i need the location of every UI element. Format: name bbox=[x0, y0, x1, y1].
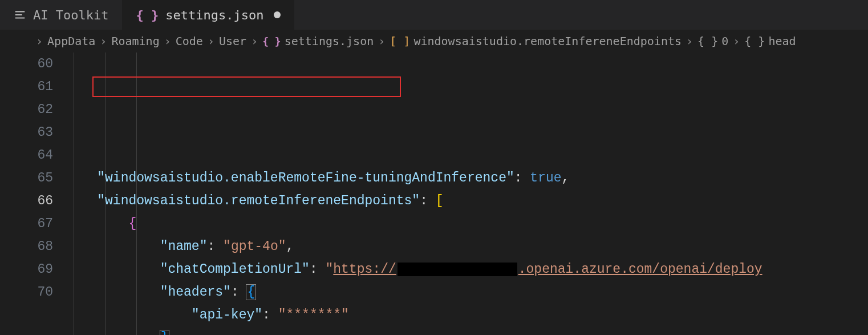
code-line[interactable]: "windowsaistudio.enableRemoteFine-tuning… bbox=[66, 167, 868, 189]
breadcrumb-segment[interactable]: { }settings.json bbox=[262, 34, 374, 48]
breadcrumb-segment[interactable]: AppData bbox=[47, 34, 95, 48]
chevron-right-icon: › bbox=[208, 34, 214, 48]
chevron-right-icon: › bbox=[251, 34, 258, 48]
code-line[interactable]: } bbox=[66, 326, 868, 335]
unsaved-indicator-icon bbox=[274, 11, 281, 18]
line-number: 61 bbox=[0, 75, 53, 98]
tab-settings-json[interactable]: { } settings.json bbox=[122, 0, 294, 30]
object-icon: { } bbox=[744, 34, 765, 48]
array-icon: [ ] bbox=[390, 34, 410, 48]
chevron-right-icon: › bbox=[164, 34, 171, 48]
line-number: 64 bbox=[0, 144, 53, 167]
tab-bar: AI Toolkit { } settings.json bbox=[0, 0, 868, 30]
chevron-right-icon: › bbox=[378, 34, 385, 48]
line-number: 65 bbox=[0, 167, 53, 189]
chevron-right-icon: › bbox=[100, 34, 107, 48]
breadcrumb-segment[interactable]: Code bbox=[176, 34, 203, 48]
breadcrumb-segment[interactable]: User bbox=[219, 34, 246, 48]
line-number: 60 bbox=[0, 53, 53, 75]
line-number: 70 bbox=[0, 281, 53, 304]
breadcrumb-segment[interactable]: { }head bbox=[744, 34, 796, 48]
object-icon: { } bbox=[697, 34, 718, 48]
line-number: 69 bbox=[0, 258, 53, 281]
breadcrumb-segment[interactable]: { }0 bbox=[697, 34, 728, 48]
code-line[interactable]: { bbox=[66, 212, 868, 235]
breadcrumb-segment[interactable]: Roaming bbox=[111, 34, 159, 48]
line-number: 63 bbox=[0, 121, 53, 144]
line-number: 62 bbox=[0, 98, 53, 121]
menu-icon bbox=[14, 9, 26, 21]
code-line[interactable]: "chatCompletionUrl": "https://.openai.az… bbox=[66, 258, 868, 281]
code-line[interactable]: "name": "gpt-4o", bbox=[66, 235, 868, 258]
breadcrumb-segment[interactable]: [ ]windowsaistudio.remoteInfereneEndpoin… bbox=[390, 34, 682, 48]
code-content[interactable]: "windowsaistudio.enableRemoteFine-tuning… bbox=[66, 53, 868, 335]
tab-label: settings.json bbox=[165, 8, 263, 22]
braces-icon: { } bbox=[262, 35, 281, 47]
tab-ai-toolkit[interactable]: AI Toolkit bbox=[0, 0, 122, 30]
line-number-gutter: 6061626364656667686970 bbox=[0, 53, 66, 335]
code-line[interactable]: "windowsaistudio.remoteInfereneEndpoints… bbox=[66, 189, 868, 212]
chevron-right-icon: › bbox=[686, 34, 693, 48]
chevron-right-icon: › bbox=[36, 34, 43, 48]
code-editor[interactable]: 6061626364656667686970 "windowsaistudio.… bbox=[0, 53, 868, 335]
code-line[interactable]: "headers": { bbox=[66, 281, 868, 304]
line-number: 66 bbox=[0, 189, 53, 212]
code-line[interactable]: "api-key": "*******" bbox=[66, 304, 868, 326]
braces-icon: { } bbox=[136, 8, 159, 22]
line-number: 67 bbox=[0, 212, 53, 235]
breadcrumb[interactable]: › AppData › Roaming › Code › User › { }s… bbox=[0, 30, 868, 53]
highlight-box bbox=[92, 76, 401, 97]
redacted-text bbox=[398, 263, 517, 276]
chevron-right-icon: › bbox=[733, 34, 740, 48]
tab-label: AI Toolkit bbox=[33, 8, 108, 22]
line-number: 68 bbox=[0, 235, 53, 258]
